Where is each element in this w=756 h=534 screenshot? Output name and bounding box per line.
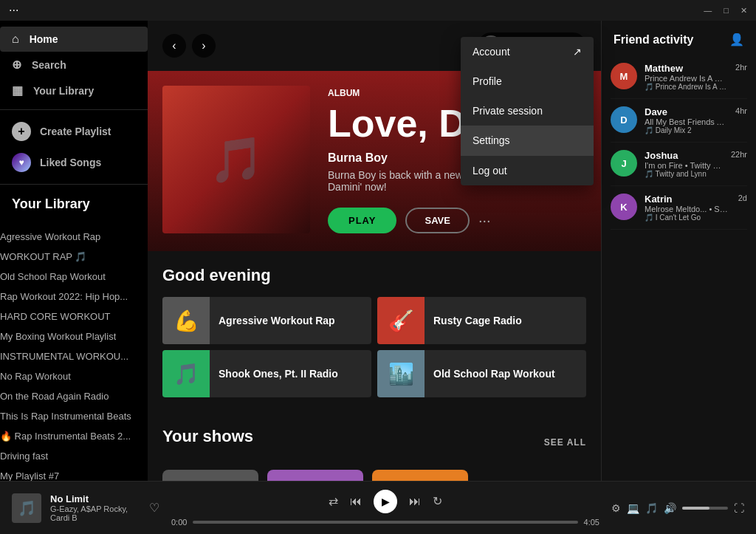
private-session-label: Private session [472,105,543,117]
album-cover: 🎵 [162,86,310,233]
library-item-6[interactable]: INSTRUMENTAL WORKOU... [0,346,148,366]
friend-activity-title: Friend activity [614,33,693,47]
forward-button[interactable]: › [192,34,216,58]
title-bar-controls[interactable]: — □ ✕ [704,6,747,16]
fullscreen-button[interactable]: ⛶ [734,502,744,514]
show-card-2[interactable]: 🎧 [267,470,363,481]
now-playing-artist: G-Eazy, A$AP Rocky, Cardi B [50,504,140,522]
sidebar-item-search[interactable]: ⊕ Search [0,52,148,78]
library-item-9[interactable]: This Is Rap Instrumental Beats [0,406,148,426]
repeat-button[interactable]: ↻ [433,494,442,508]
progress-bar[interactable] [193,521,577,524]
devices-button[interactable]: 💻 [627,502,639,514]
library-item-7[interactable]: No Rap Workout [0,366,148,386]
friend-track-3: Melrose Meltdo... • Suki Waterhou... [645,205,731,213]
friend-avatar-0: M [611,63,637,89]
volume-bar[interactable] [682,507,728,510]
library-item-1[interactable]: WORKOUT RAP 🎵 [0,247,148,267]
shuffle-button[interactable]: ⇄ [329,494,338,508]
now-playing-track: 🎵 No Limit G-Eazy, A$AP Rocky, Cardi B ♡ [12,493,159,523]
minimize-button[interactable]: — [704,6,712,16]
player-buttons: ⇄ ⏮ ▶ ⏭ ↻ [329,490,442,513]
friend-list: M Matthew Prince Andrew Is A Swea... • T… [602,55,756,481]
external-link-icon: ↗ [573,46,582,58]
volume-button[interactable]: 🔊 [664,502,676,514]
dropdown-private-session[interactable]: Private session [461,96,594,126]
show-thumb-1: 🎙️ [162,470,258,481]
save-button[interactable]: SAVE [405,208,469,233]
library-item-0[interactable]: Agressive Workout Rap [0,227,148,247]
friend-detail-2: 🎵 Twitty and Lynn [645,170,724,178]
queue-button[interactable]: ⚙ [611,502,621,514]
friend-info-3: Katrin Melrose Meltdo... • Suki Waterhou… [645,194,731,222]
library-icon: ▦ [12,83,23,97]
dot-1: ··· [9,4,18,17]
see-all-button[interactable]: SEE ALL [544,437,586,448]
total-time: 4:05 [584,518,599,527]
show-thumb-3: 🎤 [372,470,468,481]
more-options-button[interactable]: ··· [478,212,491,229]
show-card-1[interactable]: 🎙️ [162,470,258,481]
nav-arrows: ‹ › [162,34,216,58]
sidebar-library-list: Agressive Workout RapWORKOUT RAP 🎵Old Sc… [0,227,148,481]
dropdown-account[interactable]: Account ↗ [461,37,594,66]
friend-avatar-1: D [611,106,637,133]
card-thumb-3: 🏙️ [377,350,425,397]
maximize-button[interactable]: □ [724,6,729,16]
liked-songs-label: Liked Songs [40,157,101,168]
play-pause-button[interactable]: ▶ [374,490,397,513]
friend-avatar-3: K [611,194,637,220]
library-item-12[interactable]: My Playlist #7 [0,466,148,481]
lyrics-button[interactable]: 🎵 [645,502,658,514]
dropdown-profile[interactable]: Profile [461,66,594,96]
sidebar-item-home[interactable]: ⌂ Home [0,27,148,52]
card-label-3: Old School Rap Workout [425,367,564,380]
play-button[interactable]: PLAY [328,208,396,233]
sidebar-item-library[interactable]: ▦ Your Library [0,78,148,103]
right-sidebar-header: Friend activity 👤 [602,21,756,55]
back-button[interactable]: ‹ [162,34,186,58]
dropdown-settings[interactable]: Settings [461,126,594,155]
now-playing-thumbnail: 🎵 [12,493,41,523]
create-playlist-item[interactable]: + Create Playlist [12,116,136,147]
sidebar-library-section: Your Library [0,184,148,227]
card-label-2: Shook Ones, Pt. II Radio [210,367,347,380]
friend-name-1: Dave [645,106,728,117]
friend-info-1: Dave All My Best Friends Ar... • Less Th… [645,106,728,134]
library-item-2[interactable]: Old School Rap Workout [0,267,148,287]
playlist-card-3[interactable]: 🏙️ Old School Rap Workout [377,350,586,397]
friend-time-3: 2d [738,194,747,222]
sidebar-actions: + Create Playlist ♥ Liked Songs [0,109,148,184]
friend-activity-person-icon[interactable]: 👤 [729,32,744,47]
heart-button[interactable]: ♡ [149,501,159,515]
friend-info-2: Joshua I'm on Fire • Twitty and Lynn 🎵 T… [645,150,724,178]
playlist-card-2[interactable]: 🎵 Shook Ones, Pt. II Radio [162,350,371,397]
close-button[interactable]: ✕ [740,6,747,16]
friend-item-0[interactable]: M Matthew Prince Andrew Is A Swea... • T… [611,55,747,99]
library-item-11[interactable]: Driving fast [0,446,148,466]
friend-item-2[interactable]: J Joshua I'm on Fire • Twitty and Lynn 🎵… [611,143,747,186]
library-item-5[interactable]: My Boxing Workout Playlist [0,326,148,346]
library-item-10[interactable]: 🔥 Rap Instrumental Beats 2... [0,426,148,446]
shows-section: Your shows SEE ALL 🎙️ 🎧 🎤 [148,412,601,481]
friend-name-0: Matthew [645,63,728,74]
show-card-3[interactable]: 🎤 [372,470,468,481]
previous-button[interactable]: ⏮ [350,495,362,508]
library-item-4[interactable]: HARD CORE WORKOUT [0,307,148,326]
greeting-title: Good evening [162,266,586,285]
library-item-3[interactable]: Rap Workout 2022: Hip Hop... [0,287,148,307]
playlist-card-1[interactable]: 🎸 Rusty Cage Radio [377,297,586,344]
playlist-card-0[interactable]: 💪 Agressive Workout Rap [162,297,371,344]
friend-detail-1: 🎵 Daily Mix 2 [645,126,728,134]
sidebar-home-label: Home [30,33,58,45]
next-button[interactable]: ⏭ [409,495,421,508]
dropdown-logout[interactable]: Log out [461,156,594,185]
liked-songs-item[interactable]: ♥ Liked Songs [12,147,136,178]
library-item-8[interactable]: On the Road Again Radio [0,386,148,406]
friend-item-1[interactable]: D Dave All My Best Friends Ar... • Less … [611,99,747,143]
album-cover-image: 🎵 [162,86,310,233]
sidebar-library-label: Your Library [33,85,94,97]
friend-item-3[interactable]: K Katrin Melrose Meltdo... • Suki Waterh… [611,186,747,230]
sidebar: ⌂ Home ⊕ Search ▦ Your Library + Create … [0,21,148,481]
friend-name-3: Katrin [645,194,731,205]
